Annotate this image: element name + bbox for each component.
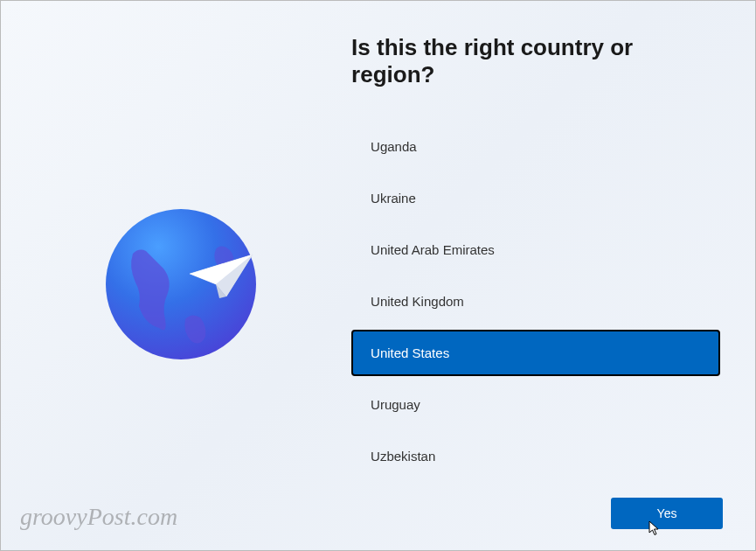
country-item-uzbekistan[interactable]: Uzbekistan xyxy=(351,433,720,479)
oobe-region-screen: Is this the right country or region? Uga… xyxy=(1,1,755,550)
country-list[interactable]: Uganda Ukraine United Arab Emirates Unit… xyxy=(351,123,720,479)
country-item-uruguay[interactable]: Uruguay xyxy=(351,381,720,428)
content-panel: Is this the right country or region? Uga… xyxy=(325,1,755,550)
watermark-text: groovyPost.com xyxy=(20,503,177,531)
globe-paper-plane-icon xyxy=(102,206,260,363)
country-item-ukraine[interactable]: Ukraine xyxy=(351,175,720,221)
country-item-uganda[interactable]: Uganda xyxy=(351,123,720,170)
illustration-panel xyxy=(1,1,325,550)
page-title: Is this the right country or region? xyxy=(351,34,720,88)
country-item-united-arab-emirates[interactable]: United Arab Emirates xyxy=(351,227,720,273)
yes-button[interactable]: Yes xyxy=(611,498,723,529)
country-item-united-states[interactable]: United States xyxy=(351,330,720,376)
country-item-united-kingdom[interactable]: United Kingdom xyxy=(351,278,720,324)
